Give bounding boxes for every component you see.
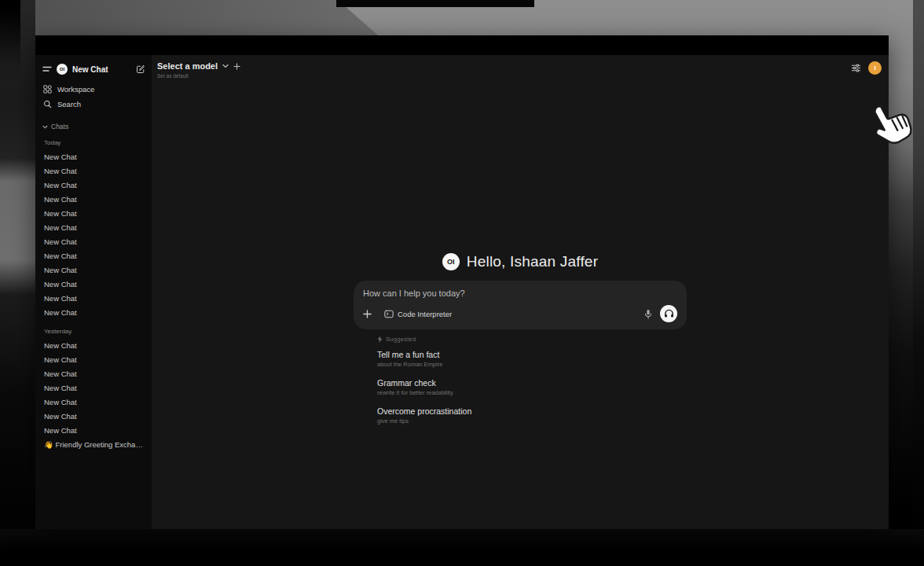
header-actions: I	[851, 61, 882, 75]
chat-list-item[interactable]: New Chat	[42, 164, 145, 178]
chat-list-item[interactable]: New Chat	[42, 381, 145, 395]
main-header: Select a model Set as default	[157, 61, 240, 79]
suggested-prompt-subtitle: about the Roman Empire	[377, 361, 687, 368]
chat-list-item[interactable]: New Chat	[42, 150, 145, 164]
message-composer[interactable]: How can I help you today?	[354, 281, 687, 329]
model-selector[interactable]: Select a model	[157, 61, 218, 71]
window-top-bar	[35, 35, 889, 55]
app-logo: OI	[442, 253, 460, 270]
chat-list-item[interactable]: 👋 Friendly Greeting Exchange	[42, 438, 145, 452]
sidebar-item-search[interactable]: Search	[42, 97, 145, 112]
chats-section-label: Chats	[51, 123, 68, 130]
sidebar-header: OI New Chat	[42, 61, 145, 77]
sidebar-title: New Chat	[72, 65, 131, 74]
chat-list-item[interactable]: New Chat	[42, 249, 145, 263]
desktop: OI New Chat	[0, 0, 924, 566]
wallpaper-shape	[0, 529, 924, 566]
voice-call-button[interactable]	[660, 305, 677, 322]
chats-section-toggle[interactable]: Chats	[42, 122, 145, 131]
chat-list-item[interactable]: New Chat	[42, 306, 145, 320]
search-icon	[43, 100, 52, 108]
wallpaper-shape	[336, 0, 534, 7]
chat-list-item[interactable]: New Chat	[42, 395, 145, 410]
attach-plus-icon[interactable]	[363, 310, 372, 318]
chat-list-item[interactable]: New Chat	[42, 424, 145, 438]
wallpaper-shape	[0, 0, 20, 86]
chat-list-item[interactable]: New Chat	[42, 193, 145, 207]
bolt-icon	[377, 336, 383, 343]
suggested-prompt[interactable]: Grammar checkrewrite it for better reada…	[377, 378, 687, 396]
welcome-area: OI Hello, Ishaan Jaffer How can I help y…	[354, 253, 687, 435]
add-model-icon[interactable]	[233, 63, 240, 70]
chevron-down-icon	[42, 125, 48, 129]
app-logo: OI	[57, 64, 68, 75]
suggested-prompt-subtitle: rewrite it for better readability	[377, 389, 687, 396]
chat-list-item[interactable]: New Chat	[42, 263, 145, 277]
sidebar-toggle-icon[interactable]	[42, 65, 52, 73]
suggested-prompts: Suggested Tell me a fun factabout the Ro…	[354, 336, 687, 424]
chat-group-label: Yesterday	[44, 328, 145, 335]
controls-icon[interactable]	[851, 63, 861, 73]
greeting-text: Hello, Ishaan Jaffer	[467, 253, 598, 270]
greeting: OI Hello, Ishaan Jaffer	[354, 253, 687, 270]
new-chat-icon[interactable]	[136, 64, 145, 74]
code-interpreter-toggle[interactable]: Code Interpreter	[384, 310, 452, 318]
code-interpreter-label: Code Interpreter	[398, 310, 452, 318]
chat-list: TodayNew ChatNew ChatNew ChatNew ChatNew…	[42, 139, 145, 452]
chat-list-item[interactable]: New Chat	[42, 292, 145, 306]
suggested-prompt-title: Grammar check	[377, 378, 687, 388]
chevron-down-icon[interactable]	[222, 64, 229, 68]
sidebar-item-workspace[interactable]: Workspace	[42, 82, 145, 97]
suggested-prompt-subtitle: give me tips	[377, 417, 687, 424]
app-window: OI New Chat	[35, 35, 889, 529]
chat-group-label: Today	[44, 139, 145, 146]
chat-list-item[interactable]: New Chat	[42, 207, 145, 221]
grid-icon	[43, 85, 52, 94]
chat-list-item[interactable]: New Chat	[42, 353, 145, 367]
suggested-header: Suggested	[377, 336, 687, 343]
chat-list-item[interactable]: New Chat	[42, 339, 145, 353]
microphone-icon[interactable]	[644, 309, 652, 319]
set-as-default-link[interactable]: Set as default	[157, 73, 240, 79]
main-panel: Select a model Set as default	[152, 55, 889, 529]
wallpaper-shape	[913, 0, 924, 566]
suggested-prompt[interactable]: Tell me a fun factabout the Roman Empire	[377, 350, 687, 368]
sidebar-item-label: Workspace	[57, 85, 94, 94]
chat-list-item[interactable]: New Chat	[42, 235, 145, 249]
chat-list-item[interactable]: New Chat	[42, 367, 145, 381]
chat-list-item[interactable]: New Chat	[42, 221, 145, 235]
suggested-prompt-title: Overcome procrastination	[377, 406, 687, 416]
suggested-prompt[interactable]: Overcome procrastinationgive me tips	[377, 406, 687, 424]
chat-list-item[interactable]: New Chat	[42, 277, 145, 292]
sidebar: OI New Chat	[35, 55, 152, 529]
suggested-label: Suggested	[386, 336, 416, 343]
chat-list-item[interactable]: New Chat	[42, 410, 145, 424]
sidebar-item-label: Search	[57, 100, 81, 108]
user-avatar[interactable]: I	[868, 61, 882, 75]
chat-list-item[interactable]: New Chat	[42, 178, 145, 193]
message-input[interactable]: How can I help you today?	[363, 289, 677, 298]
suggested-prompt-title: Tell me a fun fact	[377, 350, 687, 359]
sidebar-nav: Workspace Search	[42, 82, 145, 112]
terminal-icon	[384, 310, 394, 318]
